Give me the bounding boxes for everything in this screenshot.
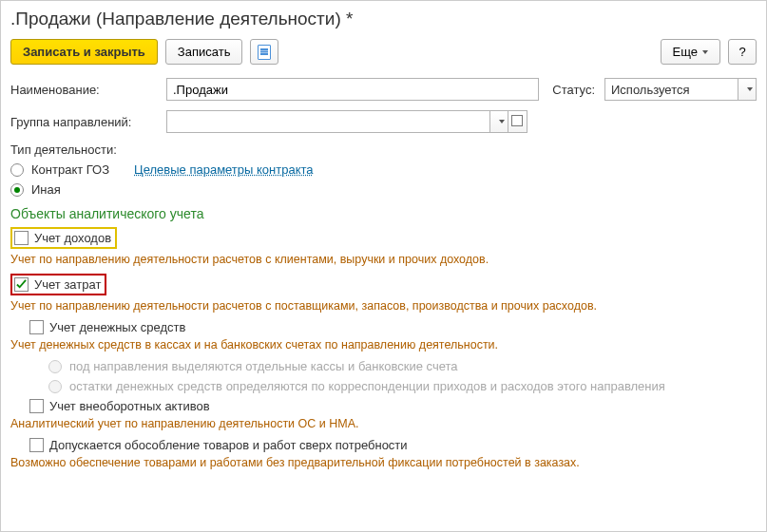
page-title: .Продажи (Направление деятельности) * xyxy=(10,9,757,29)
expense-checkbox[interactable] xyxy=(14,277,29,292)
save-and-close-button[interactable]: Записать и закрыть xyxy=(10,39,158,65)
name-input[interactable] xyxy=(166,78,539,101)
cash-sub2-radio xyxy=(48,380,62,393)
chevron-down-icon xyxy=(702,50,708,54)
radio-goz-row: Контракт ГОЗ Целевые параметры контракта xyxy=(10,162,757,177)
list-icon xyxy=(258,45,271,60)
analytics-section-title: Объекты аналитического учета xyxy=(10,206,757,221)
goz-params-link[interactable]: Целевые параметры контракта xyxy=(134,162,313,177)
type-label: Тип деятельности: xyxy=(10,142,757,157)
name-label: Наименование: xyxy=(10,83,161,97)
name-row: Наименование: Статус: Используется xyxy=(10,78,757,101)
status-value: Используется xyxy=(604,78,738,101)
form-window: .Продажи (Направление деятельности) * За… xyxy=(0,0,767,532)
cash-label: Учет денежных средств xyxy=(49,320,185,334)
more-button[interactable]: Еще xyxy=(661,39,720,65)
group-label: Группа направлений: xyxy=(10,115,161,129)
help-button[interactable]: ? xyxy=(728,39,757,65)
group-row: Группа направлений: xyxy=(10,110,757,133)
over-block: Допускается обособление товаров и работ … xyxy=(29,438,757,469)
fixed-checkbox[interactable] xyxy=(29,399,44,413)
expense-desc: Учет по направлению деятельности расчето… xyxy=(10,299,757,313)
cash-sub2-row: остатки денежных средств определяются по… xyxy=(48,379,757,393)
income-checkbox[interactable] xyxy=(14,231,29,245)
group-select[interactable] xyxy=(166,110,527,133)
income-desc: Учет по направлению деятельности расчето… xyxy=(10,253,757,266)
income-block: Учет доходов Учет по направлению деятель… xyxy=(10,227,757,266)
income-label: Учет доходов xyxy=(34,231,111,245)
income-highlight: Учет доходов xyxy=(10,227,117,249)
chevron-down-icon xyxy=(499,120,505,124)
fixed-desc: Аналитический учет по направлению деятел… xyxy=(10,417,757,430)
save-button[interactable]: Записать xyxy=(165,39,243,65)
radio-other[interactable] xyxy=(10,183,24,197)
cash-sub2-label: остатки денежных средств определяются по… xyxy=(69,379,665,393)
over-checkbox[interactable] xyxy=(29,438,44,452)
expense-block: Учет затрат Учет по направлению деятельн… xyxy=(10,274,757,313)
group-value xyxy=(166,110,489,133)
over-label: Допускается обособление товаров и работ … xyxy=(49,438,408,452)
report-button[interactable] xyxy=(250,39,278,65)
cash-checkbox[interactable] xyxy=(29,320,44,334)
fixed-label: Учет внеоборотных активов xyxy=(49,399,210,413)
over-desc: Возможно обеспечение товарами и работами… xyxy=(10,456,757,469)
open-icon xyxy=(513,117,523,126)
expense-label: Учет затрат xyxy=(34,277,101,292)
more-label: Еще xyxy=(673,45,698,59)
expense-highlight: Учет затрат xyxy=(10,274,106,295)
status-dropdown-button[interactable] xyxy=(738,78,757,101)
chevron-down-icon xyxy=(747,87,753,91)
cash-desc: Учет денежных средств в кассах и на банк… xyxy=(10,338,757,352)
radio-goz-label: Контракт ГОЗ xyxy=(31,162,109,177)
radio-other-label: Иная xyxy=(31,182,61,197)
cash-sub1-row: под направления выделяются отдельные кас… xyxy=(48,359,757,373)
cash-block: Учет денежных средств Учет денежных сред… xyxy=(29,320,757,393)
status-label: Статус: xyxy=(552,83,599,97)
cash-sub1-label: под направления выделяются отдельные кас… xyxy=(69,359,458,373)
group-dropdown-button[interactable] xyxy=(489,110,508,133)
radio-goz[interactable] xyxy=(10,163,24,177)
status-select[interactable]: Используется xyxy=(604,78,757,101)
cash-sub1-radio xyxy=(48,360,62,373)
fixed-block: Учет внеоборотных активов Аналитический … xyxy=(29,399,757,430)
toolbar: Записать и закрыть Записать Еще ? xyxy=(10,39,757,65)
group-open-button[interactable] xyxy=(508,110,527,133)
radio-other-row: Иная xyxy=(10,182,757,197)
